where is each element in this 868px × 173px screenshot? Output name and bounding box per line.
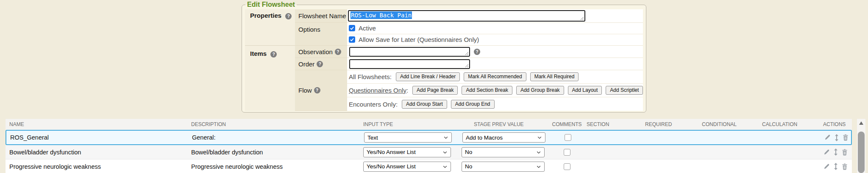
move-vertical-icon[interactable] [834, 163, 838, 170]
active-checkbox-label[interactable]: Active [359, 25, 376, 32]
scrollbar-thumb[interactable] [858, 132, 865, 173]
pencil-icon[interactable] [823, 149, 830, 156]
arrow-up-icon[interactable] [857, 119, 865, 127]
edit-flowsheet-fieldset: Edit Flowsheet Properties ? Flowsheet Na… [242, 1, 646, 113]
observation-label: Observation ? [295, 46, 347, 58]
header-stage-prev-value: STAGE PREV VALUE [460, 121, 548, 127]
section-items-label: Items [250, 50, 267, 57]
stage-prev-value-select[interactable]: No [462, 162, 545, 172]
header-description: DESCRIPTION [187, 121, 358, 127]
flow-row-questionnaires-only: Questionnaires Only: Add Page Break Add … [347, 84, 643, 97]
options-cell: Active Allow Save for Later (Questionnai… [347, 23, 643, 46]
properties-help-icon[interactable]: ? [285, 13, 292, 19]
row-name: Bowel/bladder dysfunction [6, 149, 187, 156]
order-cell [347, 58, 643, 70]
table-row[interactable]: ROS_General General: Text Add to Macros [6, 130, 852, 145]
flow-row-encounters-only: Encounters Only: Add Group Start Add Gro… [347, 97, 643, 111]
add-layout-button[interactable]: Add Layout [568, 86, 602, 95]
flowsheet-form: Properties ? Flowsheet Name ROS-Low Back… [245, 9, 643, 111]
add-page-break-button[interactable]: Add Page Break [412, 86, 458, 95]
add-line-break-header-button[interactable]: Add Line Break / Header [396, 72, 460, 81]
row-name: Progressive neurologic weakness [6, 163, 187, 170]
items-table: NAME DESCRIPTION INPUT TYPE STAGE PREV V… [6, 119, 852, 173]
add-group-end-button[interactable]: Add Group End [451, 100, 495, 109]
row-description: Progressive neurologic weakness [187, 163, 358, 170]
flow-label: Flow ? [295, 70, 347, 111]
resize-grip-icon[interactable] [580, 16, 584, 20]
add-section-break-button[interactable]: Add Section Break [462, 86, 512, 95]
section-items: Items ? [245, 46, 295, 111]
items-table-header: NAME DESCRIPTION INPUT TYPE STAGE PREV V… [6, 119, 852, 130]
observation-value-help-icon[interactable]: ? [474, 49, 480, 55]
pencil-icon[interactable] [823, 163, 830, 170]
order-help-icon[interactable]: ? [317, 61, 323, 67]
pencil-icon[interactable] [824, 134, 831, 141]
add-group-start-button[interactable]: Add Group Start [402, 100, 447, 109]
mark-all-recommended-button[interactable]: Mark All Recommended [464, 72, 526, 81]
comments-checkbox[interactable] [564, 149, 570, 156]
flow-cell: All Flowsheets: Add Line Break / Header … [347, 70, 643, 111]
resize-grip-icon[interactable] [465, 64, 469, 68]
chevron-down-icon [443, 135, 448, 140]
options-label: Options [295, 23, 347, 46]
chevron-down-icon [536, 150, 541, 155]
option-save-later-row: Allow Save for Later (Questionnaires Onl… [347, 34, 643, 45]
observation-help-icon[interactable]: ? [335, 49, 341, 55]
stage-prev-value-select[interactable]: No [462, 147, 545, 157]
header-conditional: CONDITIONAL [701, 121, 762, 127]
input-type-select[interactable]: Text [364, 132, 452, 143]
row-name: ROS_General [6, 134, 188, 141]
chevron-down-icon [537, 135, 542, 140]
flowsheet-name-label: Flowsheet Name [295, 9, 347, 23]
table-scrollbar[interactable] [857, 119, 865, 173]
flowsheet-name-value: ROS-Low Back Pain [351, 11, 412, 19]
row-description: Bowel/bladder dysfunction [187, 149, 358, 156]
items-help-icon[interactable]: ? [270, 51, 277, 58]
move-vertical-icon[interactable] [834, 148, 838, 156]
header-actions: ACTIONS [823, 121, 852, 127]
move-vertical-icon[interactable] [835, 134, 839, 141]
header-comments: COMMENTS [548, 121, 586, 127]
page-title: Edit Flowsheet [245, 1, 297, 8]
header-name: NAME [6, 121, 187, 127]
flowsheet-name-input[interactable]: ROS-Low Back Pain [348, 10, 585, 22]
order-label: Order ? [295, 58, 347, 70]
stage-prev-value-select[interactable]: Add to Macros [462, 132, 545, 143]
trash-icon[interactable] [842, 163, 848, 170]
observation-cell: ? [347, 46, 643, 58]
comments-checkbox[interactable] [565, 134, 571, 141]
input-type-select[interactable]: Yes/No Answer List [363, 162, 451, 172]
table-row[interactable]: Progressive neurologic weakness Progress… [6, 159, 852, 173]
row-description: General: [188, 134, 359, 141]
order-input[interactable] [349, 59, 470, 69]
active-checkbox[interactable] [349, 25, 355, 31]
header-required: REQUIRED [645, 121, 701, 127]
option-active-row: Active [347, 23, 643, 34]
flowsheet-name-cell: ROS-Low Back Pain [347, 9, 643, 23]
chevron-down-icon [536, 164, 541, 169]
comments-checkbox[interactable] [564, 163, 570, 170]
allow-save-later-checkbox-label[interactable]: Allow Save for Later (Questionnaires Onl… [359, 36, 479, 43]
flow-help-icon[interactable]: ? [314, 87, 320, 93]
add-scriptlet-button[interactable]: Add Scriptlet [606, 86, 643, 95]
flow-row-all-flowsheets: All Flowsheets: Add Line Break / Header … [347, 70, 643, 84]
trash-icon[interactable] [842, 149, 848, 156]
input-type-select[interactable]: Yes/No Answer List [363, 147, 451, 157]
mark-all-required-button[interactable]: Mark All Required [530, 72, 579, 81]
resize-grip-icon[interactable] [465, 52, 469, 55]
add-group-break-button[interactable]: Add Group Break [516, 86, 564, 95]
header-input-type: INPUT TYPE [358, 121, 460, 127]
section-properties-label: Properties [250, 12, 281, 19]
observation-input[interactable] [349, 47, 470, 57]
header-section: SECTION [586, 121, 645, 127]
table-row[interactable]: Bowel/bladder dysfunction Bowel/bladder … [6, 145, 852, 159]
section-properties: Properties ? [245, 9, 295, 46]
chevron-down-icon [442, 150, 448, 155]
chevron-down-icon [442, 164, 448, 169]
allow-save-later-checkbox[interactable] [349, 36, 355, 43]
trash-icon[interactable] [843, 134, 849, 141]
header-calculation: CALCULATION [762, 121, 823, 127]
